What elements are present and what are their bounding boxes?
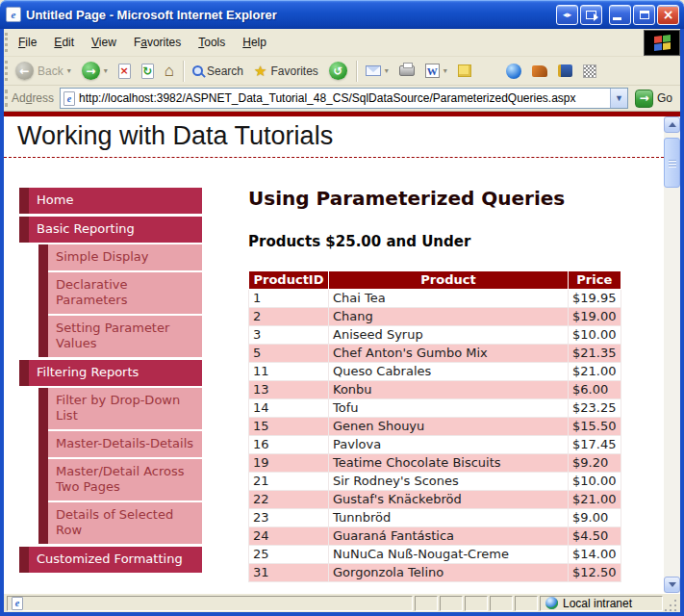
status-pane-1 [415,596,438,611]
table-row: 21Sir Rodney's Scones$10.00 [249,473,621,491]
stop-button[interactable]: × [114,61,136,82]
scroll-thumb[interactable] [664,138,680,188]
go-button[interactable]: → Go [628,90,676,108]
nav-swap-icon: ◂▸ [563,10,571,19]
word-icon: W [425,64,440,78]
maximize-button[interactable] [633,5,655,25]
vertical-scrollbar[interactable] [664,116,680,593]
close-button[interactable]: × [657,5,679,25]
notes-button[interactable] [453,62,476,80]
messenger-button[interactable] [501,61,526,82]
addon-button-2[interactable] [578,62,601,81]
menu-item-favorites[interactable]: Favorites [125,32,190,53]
edit-word-button[interactable]: W ▾ [420,61,452,81]
sidebar-item-label[interactable]: Home [29,188,202,214]
address-input[interactable]: e http://localhost:3982/ASPNET_Data_Tuto… [60,88,628,109]
search-button[interactable]: Search [188,62,248,81]
table-cell: 14 [249,399,329,418]
addon-button-1[interactable] [527,63,552,80]
forward-button[interactable]: → ▾ [77,59,113,83]
table-cell: $12.50 [569,564,621,582]
sidebar-item-master-details-details[interactable]: Master-Details-Details [48,431,202,457]
menu-item-help[interactable]: Help [234,32,275,53]
products-table-head: ProductIDProductPrice [249,271,621,290]
sidebar-item-details-of-selected-row[interactable]: Details of Selected Row [48,502,202,544]
sidebar-item-customized-formatting[interactable]: Customized Formatting [19,547,202,573]
back-button[interactable]: ← Back ▾ [11,59,76,83]
scroll-down-button[interactable] [664,577,680,593]
home-button[interactable]: ⌂ [160,60,179,82]
table-row: 13Konbu$6.00 [249,381,621,399]
print-icon [399,65,415,76]
mail-button[interactable]: ▾ [361,63,393,79]
sidebar-item-filtering-reports[interactable]: Filtering Reports [19,360,202,386]
resize-grip[interactable] [665,598,678,611]
popout-button[interactable] [580,5,602,25]
menu-item-file[interactable]: File [10,32,45,53]
window-titlebar[interactable]: e Untitled Page - Microsoft Internet Exp… [0,0,684,29]
sidebar-item-simple-display[interactable]: Simple Display [48,244,202,270]
menu-item-view[interactable]: View [83,32,125,53]
addressbar-grip[interactable] [5,90,8,107]
minimize-button[interactable] [609,5,631,25]
sidebar-menu: HomeBasic ReportingSimple DisplayDeclara… [19,188,202,576]
sidebar-item-label[interactable]: Filtering Reports [29,360,202,386]
menu-item-tools[interactable]: Tools [190,32,234,53]
browser-window: e Untitled Page - Microsoft Internet Exp… [0,0,684,616]
table-row: 31Gorgonzola Telino$12.50 [249,564,621,582]
table-row: 15Genen Shouyu$15.50 [249,418,621,436]
favorites-label: Favorites [270,64,317,78]
table-cell: 13 [249,381,329,399]
window-frame: FileEditViewFavoritesToolsHelp ← Back ▾ … [0,29,684,616]
status-zone-label: Local intranet [563,597,632,610]
toolbar-separator-2 [356,61,357,82]
menubar: FileEditViewFavoritesToolsHelp [4,29,680,57]
sidebar-item-label[interactable]: Basic Reporting [29,217,202,243]
table-cell: Genen Shouyu [329,418,569,436]
table-cell: $17.45 [569,436,621,454]
menu-strip [19,188,29,214]
ie-logo-icon: e [6,7,21,22]
address-label: Address [10,91,60,105]
table-cell: $9.00 [569,509,621,527]
sidebar-item-declarative-parameters[interactable]: Declarative Parameters [48,272,202,314]
print-button[interactable] [394,63,419,79]
table-cell: $15.50 [569,418,621,436]
mail-icon [366,65,381,76]
toolbar-separator [183,61,184,82]
menu-item-edit[interactable]: Edit [45,32,83,53]
sidebar-item-setting-parameter-values[interactable]: Setting Parameter Values [48,316,202,357]
sidebar-item-filter-by-drop-down-list[interactable]: Filter by Drop-Down List [48,388,202,429]
refresh-button[interactable]: ↻ [137,61,159,82]
menu-strip [19,360,29,386]
sidebar-item-label[interactable]: Customized Formatting [29,547,202,573]
scroll-down-icon [669,582,676,587]
addon-icon-2 [583,64,596,78]
status-page-icon: e [12,597,23,610]
notes-icon [458,64,471,77]
address-dropdown-icon: ▼ [615,93,623,103]
menubar-grip[interactable] [5,33,8,52]
table-cell: Gustaf's Knäckebröd [329,491,569,509]
back-dropdown-icon: ▾ [67,66,71,75]
address-dropdown-button[interactable]: ▼ [610,89,627,108]
table-cell: 19 [249,454,329,473]
research-button[interactable] [553,62,577,80]
scroll-up-button[interactable] [664,116,680,133]
table-cell: $23.25 [569,399,621,418]
table-cell: Teatime Chocolate Biscuits [329,454,569,473]
sidebar-item-home[interactable]: Home [19,188,202,214]
search-label: Search [207,64,243,78]
sidebar-item-basic-reporting[interactable]: Basic Reporting [19,217,202,243]
forward-icon: → [82,62,100,80]
go-icon: → [635,90,653,108]
nav-swap-button[interactable]: ◂▸ [556,5,578,25]
favorites-button[interactable]: ★ Favorites [249,60,323,83]
table-row: 5Chef Anton's Gumbo Mix$21.35 [249,345,621,363]
history-button[interactable]: ↺ [324,59,352,83]
column-header-product: Product [329,271,569,290]
table-cell: 22 [249,491,329,509]
toolbar-grip[interactable] [5,61,8,81]
sidebar-item-master-detail-across-two-pages[interactable]: Master/Detail Across Two Pages [48,459,202,500]
refresh-icon: ↻ [141,64,154,79]
